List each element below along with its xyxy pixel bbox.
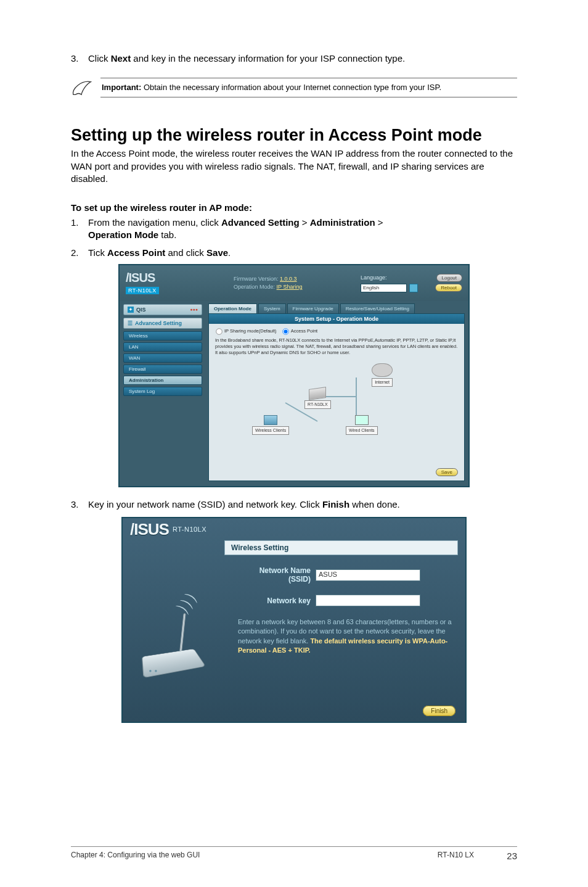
tab-firmware-upgrade[interactable]: Firmware Upgrade [287, 303, 339, 313]
screenshot-wireless-setting: /ISUS RT-N10LX ⌒⌒⌒ ● ● Wireless Setting … [121, 517, 467, 723]
qis-icon: ✦ [128, 307, 134, 313]
save-button[interactable]: Save [436, 468, 458, 476]
sidebar-item-lan[interactable]: LAN [123, 342, 202, 352]
network-key-help: Enter a network key between 8 and 63 cha… [238, 617, 458, 656]
page-footer: Chapter 4: Configuring via the web GUI R… [71, 846, 517, 861]
important-label: Important: [102, 83, 141, 92]
tab-operation-mode[interactable]: Operation Mode [208, 303, 257, 313]
step-number: 3. [71, 52, 88, 65]
step3-click-next: 3. Click Next and key in the necessary i… [71, 52, 517, 65]
footer-product: RT-N10 LX [400, 851, 474, 861]
wireless-setting-header: Wireless Setting [224, 540, 458, 555]
reboot-button[interactable]: Reboot [435, 284, 462, 292]
sidebar-item-wireless[interactable]: Wireless [123, 331, 202, 340]
note-icon [71, 77, 94, 98]
footer-page-number: 23 [474, 851, 517, 861]
step-1: 1. From the navigation menu, click Advan… [71, 217, 517, 242]
mode-description: In the Brodaband share mode, RT-N10LX co… [215, 337, 458, 356]
finish-button[interactable]: Finish [423, 706, 455, 716]
sidebar: ✦ QIS ●●● ☰ Advanced Setting Wireless LA… [120, 301, 206, 486]
sidebar-item-firewall[interactable]: Firewall [123, 365, 202, 374]
step-2: 2. Tick Access Point and click Save. [71, 247, 517, 259]
network-name-label: Network Name (SSID) [224, 566, 311, 584]
section-intro: In the Access Point mode, the wireless r… [71, 147, 517, 185]
radio-ip-sharing[interactable] [216, 328, 222, 334]
wired-client-icon [355, 415, 369, 425]
network-key-input[interactable] [316, 595, 420, 606]
section-heading: Setting up the wireless router in Access… [71, 126, 517, 145]
operation-mode-panel: System Setup - Operation Mode IP Sharing… [208, 313, 465, 481]
go-icon[interactable] [409, 284, 418, 292]
model-tag: RT-N10LX [126, 287, 159, 294]
model-text: RT-N10LX [173, 526, 206, 533]
sidebar-item-wan[interactable]: WAN [123, 353, 202, 363]
network-diagram: Internet RT-N10LX Wireless Clients [215, 368, 458, 442]
ssid-input[interactable]: ASUS [316, 569, 420, 581]
tab-bar: Operation Mode System Firmware Upgrade R… [208, 303, 465, 313]
important-text: Obtain the necessary information about y… [141, 83, 441, 92]
sidebar-item-system-log[interactable]: System Log [123, 387, 202, 396]
sidebar-advanced-setting[interactable]: ☰ Advanced Setting [123, 318, 202, 329]
firmware-version-link[interactable]: 1.0.0.3 [280, 276, 297, 282]
sidebar-item-administration[interactable]: Administration [123, 376, 202, 385]
wireless-client-icon [264, 415, 277, 425]
tab-restore-save-upload[interactable]: Restore/Save/Upload Setting [340, 303, 415, 313]
panel-title: System Setup - Operation Mode [209, 314, 464, 324]
footer-chapter: Chapter 4: Configuring via the web GUI [71, 851, 400, 861]
language-select[interactable]: English [361, 284, 407, 292]
internet-cloud-icon [372, 363, 393, 377]
tab-system[interactable]: System [258, 303, 286, 313]
gear-icon: ☰ [128, 320, 133, 326]
router-icon [309, 387, 326, 400]
procedure-heading: To set up the wireless router in AP mode… [71, 202, 517, 213]
operation-mode-link[interactable]: IP Sharing [277, 284, 303, 290]
radio-access-point[interactable] [282, 328, 288, 334]
step-3: 3. Key in your network name (SSID) and n… [71, 498, 517, 511]
important-note: Important: Obtain the necessary informat… [71, 77, 517, 98]
screenshot-admin-operation-mode: /ISUS RT-N10LX Firmware Version: 1.0.0.3… [118, 264, 470, 487]
router-illustration: ⌒⌒⌒ ● ● [137, 596, 211, 682]
network-key-label: Network key [224, 596, 311, 605]
sidebar-item-qis[interactable]: ✦ QIS ●●● [123, 304, 202, 315]
logout-button[interactable]: Logout [436, 274, 462, 282]
asus-logo: /ISUS [126, 271, 203, 284]
asus-logo: /ISUS [130, 520, 169, 539]
